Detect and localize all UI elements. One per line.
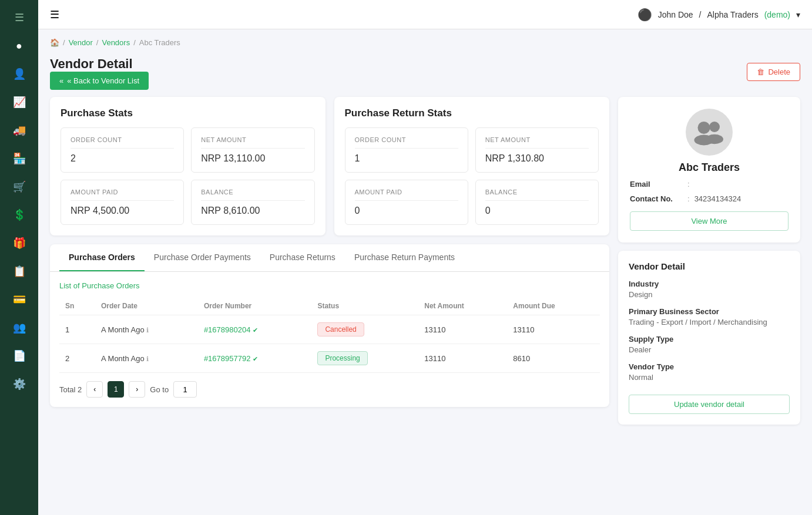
sidebar-reports[interactable]: 📄	[8, 344, 31, 368]
status-badge: Processing	[317, 351, 367, 365]
row-order-date: A Month Ago ℹ	[95, 315, 198, 344]
table-header: Sn Order Date Order Number Status Net Am…	[59, 297, 600, 315]
info-icon[interactable]: ℹ	[146, 326, 149, 334]
sidebar-finance[interactable]: 💲	[8, 203, 31, 227]
return-balance-label: BALANCE	[485, 189, 589, 201]
row-status: Processing	[311, 344, 418, 373]
sidebar-menu-icon[interactable]: ☰	[8, 6, 31, 29]
col-status: Status	[311, 297, 418, 315]
purchase-stats-grid: ORDER COUNT 2 NET AMOUNT NRP 13,110.00 A…	[61, 127, 315, 225]
svg-point-0	[698, 122, 710, 134]
return-net-amount-card: NET AMOUNT NRP 1,310.80	[475, 127, 599, 173]
purchase-amount-paid-label: AMOUNT PAID	[71, 189, 174, 201]
contact-colon: :	[687, 194, 690, 203]
tab-purchase-order-payments[interactable]: Purchase Order Payments	[145, 244, 260, 271]
sidebar-orders[interactable]: 🛒	[8, 175, 31, 198]
main-row: Purchase Stats ORDER COUNT 2 NET AMOUNT …	[50, 97, 800, 506]
breadcrumb-sep3: /	[133, 38, 136, 47]
breadcrumb-vendor[interactable]: Vendor	[69, 38, 93, 47]
topbar: ☰ ⚫ John Doe / Alpha Traders (demo) ▾	[38, 0, 812, 29]
col-net-amount: Net Amount	[418, 297, 507, 315]
topbar-separator: /	[699, 10, 702, 19]
page-1-button[interactable]: 1	[108, 381, 124, 398]
purchase-stats-panel: Purchase Stats ORDER COUNT 2 NET AMOUNT …	[50, 97, 326, 235]
left-column: Purchase Stats ORDER COUNT 2 NET AMOUNT …	[50, 97, 609, 506]
sidebar-list[interactable]: 📋	[8, 260, 31, 283]
svg-point-2	[709, 122, 720, 132]
breadcrumb: 🏠 / Vendor / Vendors / Abc Traders	[50, 38, 800, 47]
purchase-stats-title: Purchase Stats	[61, 107, 315, 119]
col-order-date: Order Date	[95, 297, 198, 315]
sidebar-store[interactable]: 🏪	[8, 147, 31, 170]
pagination: Total 2 ‹ 1 › Go to	[59, 381, 600, 398]
row-order-number: #1678980204 ✔	[198, 315, 312, 344]
prev-page-button[interactable]: ‹	[86, 381, 103, 398]
vendor-name: Abc Traders	[679, 161, 740, 174]
order-link[interactable]: #1678980204	[204, 325, 251, 334]
row-sn: 2	[59, 344, 95, 373]
contact-label: Contact No.	[630, 194, 683, 203]
dropdown-icon[interactable]: ▾	[796, 10, 800, 19]
vendor-type-value: Normal	[629, 373, 790, 382]
goto-input[interactable]	[173, 381, 197, 398]
row-amount-due: 8610	[507, 344, 600, 373]
sidebar-team[interactable]: 👥	[8, 316, 31, 339]
content-area: 🏠 / Vendor / Vendors / Abc Traders Vendo…	[38, 29, 812, 515]
tab-purchase-return-payments[interactable]: Purchase Return Payments	[345, 244, 464, 271]
breadcrumb-vendors[interactable]: Vendors	[102, 38, 130, 47]
delete-button[interactable]: 🗑 Delete	[747, 63, 800, 81]
trash-icon: 🗑	[757, 68, 764, 76]
purchase-return-stats-grid: ORDER COUNT 1 NET AMOUNT NRP 1,310.80 AM…	[345, 127, 599, 225]
sidebar-delivery[interactable]: 🚚	[8, 119, 31, 142]
tab-purchase-returns[interactable]: Purchase Returns	[260, 244, 345, 271]
update-vendor-detail-button[interactable]: Update vendor detail	[629, 395, 790, 414]
supply-type-value: Dealer	[629, 345, 790, 354]
home-icon[interactable]: 🏠	[50, 38, 59, 47]
sidebar-dashboard[interactable]: ●	[8, 34, 31, 58]
industry-label: Industry	[629, 280, 790, 288]
delete-btn-label: Delete	[768, 68, 790, 76]
sidebar-analytics[interactable]: 📈	[8, 90, 31, 114]
sidebar-settings[interactable]: ⚙️	[8, 372, 31, 396]
return-amount-paid-value: 0	[355, 206, 458, 216]
topbar-left: ☰	[50, 8, 59, 21]
breadcrumb-current: Abc Traders	[139, 38, 180, 47]
right-column: Abc Traders Email : Contact No. : 342341…	[618, 97, 800, 506]
return-balance-value: 0	[485, 206, 589, 216]
vendor-detail-panel: Vendor Detail Industry Design Primary Bu…	[618, 251, 800, 425]
vendor-type-field: Vendor Type Normal	[629, 362, 790, 382]
goto-label: Go to	[150, 385, 169, 394]
stats-row: Purchase Stats ORDER COUNT 2 NET AMOUNT …	[50, 97, 609, 235]
breadcrumb-sep2: /	[96, 38, 99, 47]
sidebar-cards[interactable]: 💳	[8, 288, 31, 311]
email-colon: :	[687, 180, 690, 189]
return-order-count-label: ORDER COUNT	[355, 136, 458, 149]
back-to-vendor-list-button[interactable]: « « Back to Vendor List	[50, 72, 149, 90]
primary-business-field: Primary Business Sector Trading - Export…	[629, 307, 790, 326]
tab-purchase-orders[interactable]: Purchase Orders	[59, 244, 145, 271]
industry-value: Design	[629, 290, 790, 299]
status-badge: Cancelled	[317, 322, 364, 336]
next-page-button[interactable]: ›	[129, 381, 145, 398]
purchase-order-count-value: 2	[71, 153, 174, 164]
info-icon[interactable]: ℹ	[146, 355, 149, 362]
return-balance-card: BALANCE 0	[475, 180, 599, 225]
hamburger-icon[interactable]: ☰	[50, 8, 59, 21]
row-status: Cancelled	[311, 315, 418, 344]
tabs-panel: Purchase Orders Purchase Order Payments …	[50, 244, 609, 407]
orders-table: Sn Order Date Order Number Status Net Am…	[59, 297, 600, 373]
purchase-net-amount-label: NET AMOUNT	[201, 136, 304, 149]
purchase-balance-value: NRP 8,610.00	[201, 206, 304, 216]
sidebar-gifts[interactable]: 🎁	[8, 231, 31, 255]
purchase-amount-paid-value: NRP 4,500.00	[71, 206, 174, 216]
vendor-avatar	[686, 109, 733, 156]
col-amount-due: Amount Due	[507, 297, 600, 315]
sidebar-users[interactable]: 👤	[8, 62, 31, 86]
username: John Doe	[658, 10, 693, 19]
order-link[interactable]: #1678957792	[204, 354, 251, 363]
supply-type-field: Supply Type Dealer	[629, 335, 790, 354]
col-sn: Sn	[59, 297, 95, 315]
topbar-right: ⚫ John Doe / Alpha Traders (demo) ▾	[637, 8, 800, 22]
view-more-button[interactable]: View More	[630, 211, 788, 231]
contact-value: 34234134324	[694, 194, 741, 203]
